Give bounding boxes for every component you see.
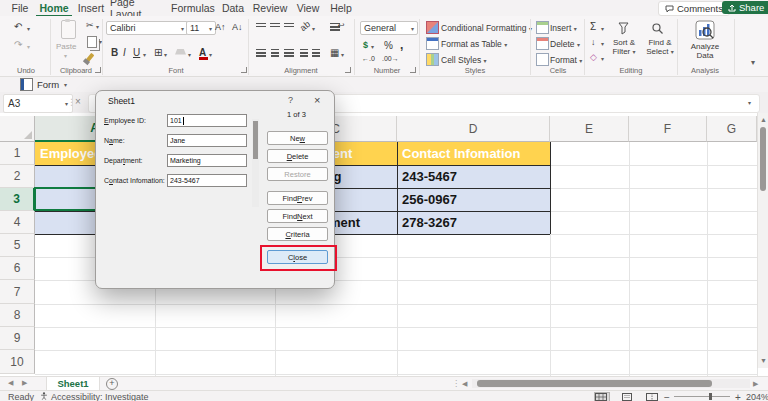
align-left-icon[interactable] [256,49,266,57]
normal-view-icon[interactable] [594,392,610,401]
cell-d2[interactable]: 243-5467 [402,169,457,184]
tab-home[interactable]: Home [36,0,72,17]
undo-dropdown-icon[interactable]: ▾ [27,25,30,32]
align-bottom-icon[interactable] [284,23,294,31]
horizontal-scroll-thumb[interactable] [477,380,712,387]
fill-icon[interactable]: ↓ [591,37,596,47]
name-box[interactable]: A3 ▾ [3,94,73,113]
page-break-view-icon[interactable] [645,392,661,401]
zoom-out-icon[interactable]: − [664,392,670,401]
cell-d1[interactable]: Contact Infomation [402,146,520,161]
align-right-icon[interactable] [284,49,294,57]
autosum-icon[interactable]: Σ [590,21,596,32]
dialog-close-icon[interactable]: × [314,94,320,106]
hscroll-left-icon[interactable]: ◀ [462,380,467,388]
dialog-scrollbar[interactable] [252,119,259,207]
department-input[interactable]: Marketing [167,154,247,167]
scroll-up-icon[interactable]: ▲ [760,116,767,123]
row-header-6[interactable]: 6 [0,257,35,280]
copy-icon[interactable] [87,36,97,48]
orientation-icon[interactable]: ab [298,19,312,33]
column-header-d[interactable]: D [397,116,550,142]
align-center-icon[interactable] [271,49,279,57]
tab-data[interactable]: Data [218,0,248,15]
dialog-help-icon[interactable]: ? [288,95,293,105]
find-select-button[interactable]: Find & Select ▾ [644,38,676,56]
delete-cells-button[interactable]: Delete ▾ [550,39,580,49]
dialog-scroll-thumb[interactable] [253,121,258,159]
percent-style-icon[interactable]: % [384,40,393,51]
zoom-slider-track[interactable] [674,396,730,397]
find-next-button[interactable]: Find Next [267,209,328,223]
share-button[interactable]: Share [722,1,768,14]
column-header-e[interactable]: E [550,116,629,142]
employee-id-input[interactable]: 101 [167,114,247,127]
tab-review[interactable]: Review [250,0,290,15]
criteria-button[interactable]: Criteria [267,227,328,241]
qat-customize-dropdown-icon[interactable]: ▾ [64,81,67,88]
conditional-formatting-button[interactable]: Conditional Formatting ▾ [441,23,532,33]
row-header-2[interactable]: 2 [0,165,35,188]
font-name-select[interactable]: Calibri▾ [106,21,188,35]
clear-icon[interactable]: ◇ [590,52,597,62]
underline-dropdown-icon[interactable]: ▾ [143,51,146,58]
grow-font-icon[interactable]: A↑ [215,22,226,32]
contact-infomation-input[interactable]: 243-5467 [167,174,247,187]
format-as-table-button[interactable]: Format as Table ▾ [441,39,507,49]
italic-icon[interactable]: I [123,47,126,58]
delete-button[interactable]: Delete [267,149,328,163]
zoom-in-icon[interactable]: + [735,392,741,401]
row-header-9[interactable]: 9 [0,327,35,350]
bold-icon[interactable]: B [111,47,118,58]
row-header-10[interactable]: 10 [0,350,35,374]
scroll-down-icon[interactable]: ▼ [760,357,767,364]
comma-style-icon[interactable]: , [400,38,403,52]
font-size-select[interactable]: 11▾ [186,21,216,35]
format-painter-icon[interactable] [86,53,95,62]
zoom-slider-handle[interactable] [709,393,712,400]
align-top-icon[interactable] [256,23,266,31]
fill-color-icon[interactable] [175,49,186,57]
format-cells-button[interactable]: Format ▾ [550,55,582,65]
merge-center-icon[interactable]: ▦ [330,47,339,58]
font-color-icon[interactable]: A [199,47,206,58]
column-header-g[interactable]: G [707,116,757,142]
accessibility-status[interactable]: Accessibility: Investigate [51,392,149,401]
sort-filter-button[interactable]: Sort & Filter ▾ [606,38,642,56]
collapse-ribbon-icon[interactable]: ▾ [751,58,755,67]
row-header-1[interactable]: 1 [0,142,35,165]
insert-cells-button[interactable]: Insert ▾ [550,23,577,33]
row-header-8[interactable]: 8 [0,304,35,327]
vertical-scrollbar[interactable]: ▲ ▼ [757,113,768,368]
tab-insert[interactable]: Insert [74,0,108,15]
cell-styles-button[interactable]: Cell Styles ▾ [441,55,487,65]
new-button[interactable]: New [267,131,328,145]
tab-view[interactable]: View [292,0,324,15]
decrease-decimal-icon[interactable]: .00→ [382,55,399,62]
sheet-nav-right-icon[interactable]: ▶ [22,379,27,387]
align-middle-icon[interactable] [270,23,280,31]
tab-page-layout[interactable]: Page Layout [110,0,168,15]
accounting-format-icon[interactable]: $ [363,40,368,50]
row-header-5[interactable]: 5 [0,234,35,257]
find-prev-button[interactable]: Find Prev [267,191,328,205]
analyze-data-button[interactable]: Analyze Data [685,42,725,60]
tab-scroll-splitter[interactable]: ⋮ [452,379,460,388]
expand-formula-bar-icon[interactable]: ▾ [748,99,751,106]
sheet-nav-left-icon[interactable]: ◀ [8,379,13,387]
cancel-entry-icon[interactable]: × [75,96,81,107]
cell-d4[interactable]: 278-3267 [402,215,457,230]
redo-icon[interactable]: ↷ [14,39,22,50]
tab-file[interactable]: File [6,0,34,15]
increase-indent-icon[interactable] [312,49,320,57]
underline-icon[interactable]: U [133,47,140,58]
undo-icon[interactable]: ↶ [14,21,22,32]
decrease-indent-icon[interactable] [300,49,308,57]
hscroll-right-icon[interactable]: ▶ [753,380,758,388]
page-layout-view-icon[interactable] [620,392,636,401]
column-header-f[interactable]: F [629,116,707,142]
comments-button[interactable]: Comments [658,1,730,16]
new-sheet-icon[interactable]: + [106,378,118,390]
name-input[interactable]: Jane [167,134,247,147]
row-header-4[interactable]: 4 [0,211,35,234]
